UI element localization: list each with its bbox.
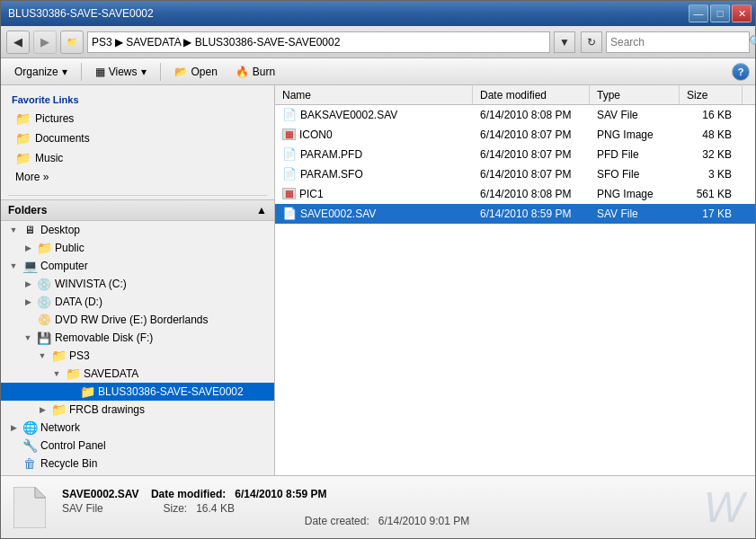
folders-header[interactable]: Folders ▲ [1,199,274,221]
frcb-expand-icon: ▶ [37,405,48,414]
window-title: BLUS30386-SAVE-SAVE0002 [8,7,154,20]
tree-item-removable[interactable]: ▼ 💾 Removable Disk (F:) [1,329,274,347]
status-filename: SAVE0002.SAV Date modified: 6/14/2010 8:… [62,488,640,500]
tree-item-controlpanel[interactable]: 🔧 Control Panel [1,437,274,455]
file-type-pic1: PNG Image [590,186,680,202]
address-text: PS3 ▶ SAVEDATA ▶ BLUS30386-SAVE-SAVE0002 [92,36,340,49]
column-name[interactable]: Name [275,85,473,104]
folders-label: Folders [8,204,47,216]
address-path[interactable]: PS3 ▶ SAVEDATA ▶ BLUS30386-SAVE-SAVE0002 [87,31,550,53]
public-expand-icon: ▶ [22,243,33,252]
controlpanel-label: Control Panel [40,439,106,452]
burn-icon: 🔥 [236,66,249,78]
file-name-save0002: 📄 SAVE0002.SAV [275,205,473,222]
file-row-pic1[interactable]: ▦ PIC1 6/14/2010 8:08 PM PNG Image 561 K… [275,184,755,204]
file-date-icon0: 6/14/2010 8:07 PM [473,127,590,143]
file-row-save0002[interactable]: 📄 SAVE0002.SAV 6/14/2010 8:59 PM SAV Fil… [275,204,755,224]
main-content: Favorite Links 📁 Pictures 📁 Documents 📁 … [1,85,755,475]
tree-item-savedata[interactable]: ▼ 📁 SAVEDATA [1,365,274,383]
up-button[interactable]: 📁 [60,31,84,54]
organize-button[interactable]: Organize ▾ [6,61,76,83]
sidebar-item-documents[interactable]: 📁 Documents [1,128,274,148]
status-created-label: Date created: [305,515,369,527]
status-type-label: SAV File [62,502,103,515]
status-meta-row2: Date created: 6/14/2010 9:01 PM [62,515,640,527]
file-name-paramsfo: 📄 PARAM.SFO [275,165,473,182]
sidebar-item-more[interactable]: More » [1,168,274,186]
sidebar-divider [8,195,267,196]
data-label: DATA (D:) [55,296,102,308]
tree-item-public[interactable]: ▶ 📁 Public [1,239,274,257]
file-area: Name Date modified Type Size 📄 BAKSAVE00 [275,85,755,475]
minimize-button[interactable]: — [689,4,708,22]
file-icon-svg [13,487,46,528]
forward-button[interactable]: ▶ [33,31,57,54]
savedata-expand-icon: ▼ [51,369,62,378]
folders-tree[interactable]: ▼ 🖥 Desktop ▶ 📁 Public ▼ 💻 Computer [1,221,274,475]
open-button[interactable]: 📂 Open [166,61,226,83]
recyclebin-icon: 🗑 [22,456,37,471]
pictures-icon: 📁 [15,111,30,126]
status-size-value: 16.4 KB [196,502,235,515]
desktop-label: Desktop [40,224,80,236]
views-button[interactable]: ▦ Views ▾ [87,61,155,83]
status-size-label: Size: [163,502,187,515]
file-icon-paramsfo: 📄 [282,167,297,181]
tree-item-data[interactable]: ▶ 💿 DATA (D:) [1,293,274,311]
file-list[interactable]: 📄 BAKSAVE0002.SAV 6/14/2010 8:08 PM SAV … [275,105,755,475]
file-icon-baksave: 📄 [282,108,297,121]
file-row-paramsfo[interactable]: 📄 PARAM.SFO 6/14/2010 8:07 PM SFO File 3… [275,164,755,184]
column-size[interactable]: Size [680,85,743,104]
views-label: Views [109,66,138,78]
help-button[interactable]: ? [732,63,750,81]
burn-button[interactable]: 🔥 Burn [227,61,283,83]
tree-item-desktop[interactable]: ▼ 🖥 Desktop [1,221,274,239]
toolbar-separator-1 [81,63,82,81]
computer-icon: 💻 [22,259,37,273]
title-bar: BLUS30386-SAVE-SAVE0002 — □ ✕ [1,1,755,26]
tree-item-frcb[interactable]: ▶ 📁 FRCB drawings [1,401,274,419]
column-type[interactable]: Type [590,85,680,104]
tree-item-computer[interactable]: ▼ 💻 Computer [1,257,274,275]
search-button[interactable]: 🔍 [749,32,756,52]
removable-icon: 💾 [37,331,51,345]
file-icon-icon0: ▦ [282,128,296,140]
ps3-label: PS3 [69,349,90,362]
refresh-button[interactable]: ↻ [581,31,602,53]
data-expand-icon: ▶ [22,297,33,306]
file-size-baksave: 16 KB [680,107,743,123]
file-icon-save0002: 📄 [282,207,297,220]
address-dropdown-button[interactable]: ▼ [554,31,575,53]
tree-item-winvista[interactable]: ▶ 💿 WINVISTA (C:) [1,275,274,293]
back-button[interactable]: ◀ [6,31,30,54]
window-controls: — □ ✕ [689,4,752,22]
savedata-icon: 📁 [66,367,80,381]
file-type-parampfd: PFD File [590,146,680,163]
maximize-button[interactable]: □ [710,4,730,22]
tree-item-network[interactable]: ▶ 🌐 Network [1,419,274,437]
music-label: Music [35,152,63,164]
column-date[interactable]: Date modified [473,85,590,104]
removable-label: Removable Disk (F:) [55,331,153,344]
file-row-icon0[interactable]: ▦ ICON0 6/14/2010 8:07 PM PNG Image 48 K… [275,125,755,145]
tree-item-recyclebin[interactable]: 🗑 Recycle Bin [1,455,274,473]
documents-label: Documents [35,132,90,145]
tree-item-blus[interactable]: 📁 BLUS30386-SAVE-SAVE0002 [1,383,274,401]
search-input[interactable] [607,36,749,49]
file-icon-pic1: ▦ [282,188,296,199]
close-button[interactable]: ✕ [732,4,752,22]
blus-label: BLUS30386-SAVE-SAVE0002 [98,385,244,398]
toolbar-separator-2 [160,63,161,81]
winvista-expand-icon: ▶ [22,279,33,288]
file-row-baksave[interactable]: 📄 BAKSAVE0002.SAV 6/14/2010 8:08 PM SAV … [275,105,755,125]
public-icon: 📁 [37,241,51,255]
documents-icon: 📁 [15,131,30,146]
computer-label: Computer [40,260,88,272]
sidebar-item-music[interactable]: 📁 Music [1,148,274,168]
file-row-parampfd[interactable]: 📄 PARAM.PFD 6/14/2010 8:07 PM PFD File 3… [275,145,755,164]
favorite-links-heading[interactable]: Favorite Links [1,91,274,109]
tree-item-ps3[interactable]: ▼ 📁 PS3 [1,347,274,365]
file-size-save0002: 17 KB [680,206,743,222]
sidebar-item-pictures[interactable]: 📁 Pictures [1,109,274,128]
tree-item-dvdrw[interactable]: 📀 DVD RW Drive (E:) Borderlands [1,311,274,329]
